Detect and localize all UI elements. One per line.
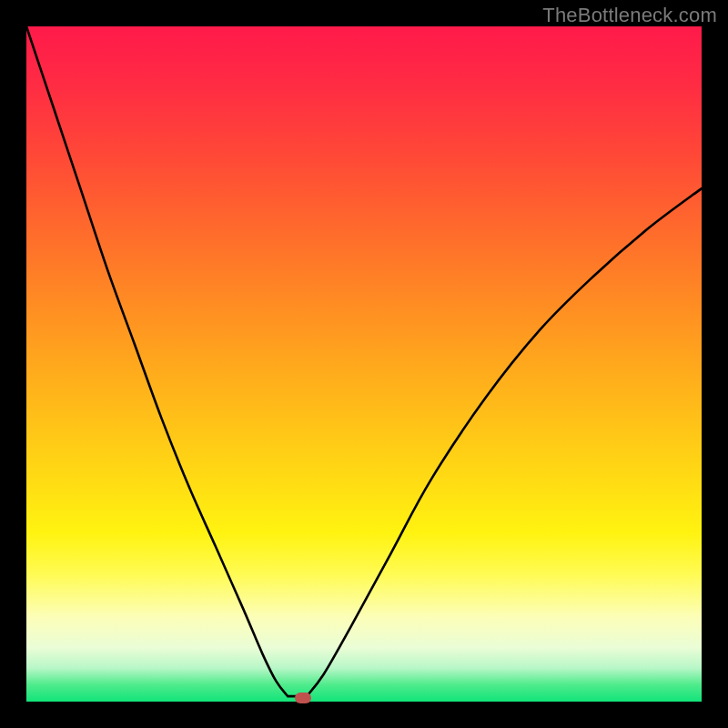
plot-area [26,26,702,702]
chart-frame: TheBottleneck.com [0,0,728,728]
bottleneck-curve [26,26,702,702]
watermark-text: TheBottleneck.com [542,4,717,27]
optimum-marker [295,693,311,703]
